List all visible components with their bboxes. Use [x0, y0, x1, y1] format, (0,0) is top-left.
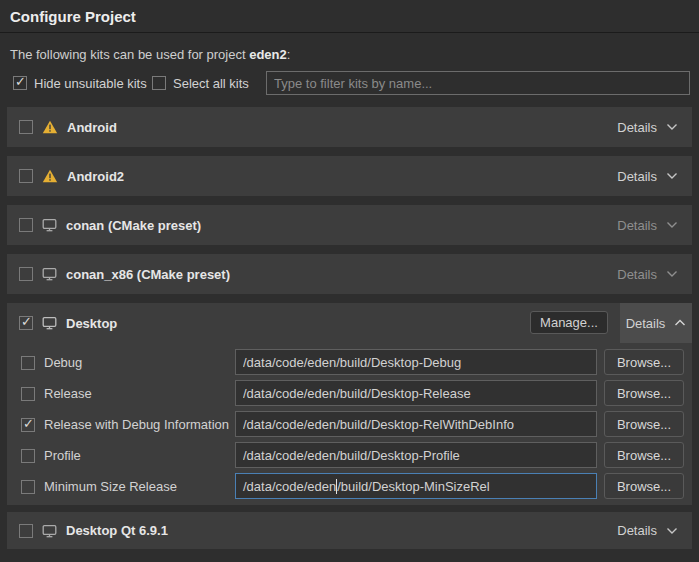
select-all-kits-checkbox[interactable]: Select all kits [152, 75, 249, 91]
title-separator [0, 32, 699, 33]
warning-icon [42, 120, 58, 134]
build-config-checkbox-relwithdebinfo[interactable]: Release with Debug Information [21, 417, 229, 432]
kit-checkbox[interactable] [19, 316, 33, 330]
kit-name: conan_x86 (CMake preset) [66, 267, 230, 282]
build-config-label: Minimum Size Release [44, 479, 177, 494]
hide-unsuitable-checkbox[interactable]: Hide unsuitable kits [13, 75, 147, 91]
build-dir-input-debug[interactable] [235, 349, 597, 375]
browse-button[interactable]: Browse... [604, 380, 684, 406]
build-dir-input-minsizerel[interactable]: /data/code/eden/build/Desktop-MinSizeRel [235, 473, 597, 499]
chevron-up-icon [674, 319, 686, 327]
build-dir-input-relwithdebinfo[interactable] [235, 411, 597, 437]
checkbox-icon[interactable] [152, 76, 166, 90]
kit-row-desktop[interactable]: Desktop Manage... Details [7, 303, 692, 343]
checkbox-icon[interactable] [21, 387, 35, 401]
details-label: Details [626, 316, 666, 331]
build-config-row-release: Release Browse... [7, 380, 692, 406]
browse-button[interactable]: Browse... [604, 442, 684, 468]
desktop-monitor-icon [42, 316, 57, 330]
build-config-label: Debug [44, 355, 82, 370]
build-config-row-relwithdebinfo: Release with Debug Information Browse... [7, 411, 692, 437]
desktop-monitor-icon [42, 218, 57, 232]
chevron-down-icon [666, 123, 678, 131]
kit-name: conan (CMake preset) [66, 218, 201, 233]
chevron-down-icon [666, 172, 678, 180]
build-config-checkbox-debug[interactable]: Debug [21, 355, 82, 370]
kit-checkbox[interactable] [19, 267, 33, 281]
configure-project-page: Configure Project The following kits can… [0, 0, 699, 562]
kit-checkbox[interactable] [19, 169, 33, 183]
checkbox-icon[interactable] [21, 449, 35, 463]
build-dir-input-release[interactable] [235, 380, 597, 406]
page-title: Configure Project [10, 8, 136, 25]
intro-text: The following kits can be used for proje… [10, 47, 290, 62]
chevron-down-icon [666, 527, 678, 535]
kit-checkbox[interactable] [19, 120, 33, 134]
details-toggle[interactable]: Details [603, 107, 692, 147]
path-text-after-cursor: /build/Desktop-MinSizeRel [337, 479, 489, 494]
build-config-label: Profile [44, 448, 81, 463]
details-label: Details [617, 218, 657, 233]
details-toggle[interactable]: Details [603, 156, 692, 196]
browse-button[interactable]: Browse... [604, 349, 684, 375]
details-label: Details [617, 523, 657, 538]
kit-name: Desktop Qt 6.9.1 [66, 523, 168, 538]
kit-name: Android [67, 120, 117, 135]
kit-section-desktop: Desktop Manage... Details Debug Browse..… [7, 303, 692, 505]
kit-row-desktop-qt[interactable]: Desktop Qt 6.9.1 Details [7, 512, 692, 549]
build-config-checkbox-profile[interactable]: Profile [21, 448, 81, 463]
project-name: eden2 [249, 47, 287, 62]
build-config-row-minsizerel: Minimum Size Release /data/code/eden/bui… [7, 473, 692, 499]
build-config-row-profile: Profile Browse... [7, 442, 692, 468]
kit-name: Desktop [66, 316, 117, 331]
checkbox-icon[interactable] [21, 480, 35, 494]
build-config-label: Release with Debug Information [44, 417, 229, 432]
kit-row-conan-x86[interactable]: conan_x86 (CMake preset) Details [7, 254, 692, 294]
details-toggle[interactable]: Details [603, 254, 692, 294]
kit-checkbox[interactable] [19, 218, 33, 232]
checkbox-icon[interactable] [21, 356, 35, 370]
filter-kits-input[interactable] [266, 71, 690, 95]
build-config-label: Release [44, 386, 92, 401]
kit-name: Android2 [67, 169, 124, 184]
select-all-kits-label: Select all kits [173, 76, 249, 91]
build-config-row-debug: Debug Browse... [7, 349, 692, 375]
intro-suffix: : [287, 47, 291, 62]
path-text-before-cursor: /data/code/eden [243, 479, 336, 494]
details-label: Details [617, 120, 657, 135]
details-toggle[interactable]: Details [603, 512, 692, 549]
build-config-checkbox-release[interactable]: Release [21, 386, 92, 401]
chevron-down-icon [666, 221, 678, 229]
warning-icon [42, 169, 58, 183]
desktop-monitor-icon [42, 267, 57, 281]
manage-button[interactable]: Manage... [530, 311, 608, 334]
checkbox-icon[interactable] [13, 76, 27, 90]
details-toggle[interactable]: Details [603, 205, 692, 245]
checkbox-icon[interactable] [21, 418, 35, 432]
chevron-down-icon [666, 270, 678, 278]
details-label: Details [617, 169, 657, 184]
kit-row-android[interactable]: Android Details [7, 107, 692, 147]
details-toggle[interactable]: Details [620, 303, 692, 343]
browse-button[interactable]: Browse... [604, 473, 684, 499]
kit-checkbox[interactable] [19, 524, 33, 538]
intro-prefix: The following kits can be used for proje… [10, 47, 249, 62]
build-dir-input-profile[interactable] [235, 442, 597, 468]
kit-row-android2[interactable]: Android2 Details [7, 156, 692, 196]
kit-row-conan[interactable]: conan (CMake preset) Details [7, 205, 692, 245]
build-config-checkbox-minsizerel[interactable]: Minimum Size Release [21, 479, 177, 494]
hide-unsuitable-label: Hide unsuitable kits [34, 76, 147, 91]
details-label: Details [617, 267, 657, 282]
browse-button[interactable]: Browse... [604, 411, 684, 437]
desktop-monitor-icon [42, 524, 57, 538]
